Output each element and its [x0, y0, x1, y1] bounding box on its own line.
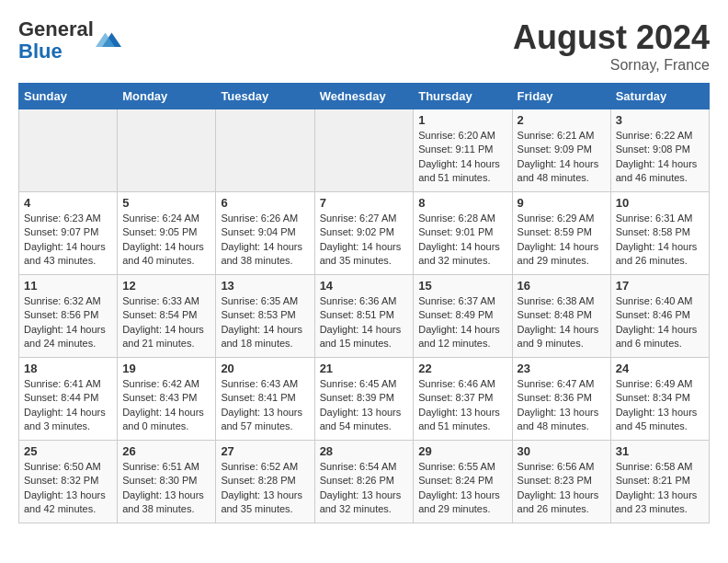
calendar-cell: 8Sunrise: 6:28 AM Sunset: 9:01 PM Daylig… — [414, 192, 512, 275]
calendar-cell: 19Sunrise: 6:42 AM Sunset: 8:43 PM Dayli… — [118, 358, 216, 441]
calendar-cell: 9Sunrise: 6:29 AM Sunset: 8:59 PM Daylig… — [512, 192, 610, 275]
day-number: 5 — [122, 196, 210, 210]
header-day-monday: Monday — [118, 84, 216, 109]
calendar-cell: 5Sunrise: 6:24 AM Sunset: 9:05 PM Daylig… — [118, 192, 216, 275]
day-number: 23 — [518, 362, 606, 375]
day-number: 4 — [24, 196, 112, 210]
day-info: Sunrise: 6:47 AM Sunset: 8:36 PM Dayligh… — [518, 377, 606, 434]
day-info: Sunrise: 6:37 AM Sunset: 8:49 PM Dayligh… — [418, 294, 506, 351]
day-number: 12 — [122, 279, 210, 293]
day-info: Sunrise: 6:36 AM Sunset: 8:51 PM Dayligh… — [320, 294, 409, 351]
day-number: 21 — [320, 362, 409, 375]
day-number: 2 — [518, 113, 606, 127]
day-number: 17 — [616, 279, 704, 293]
calendar-cell: 25Sunrise: 6:50 AM Sunset: 8:32 PM Dayli… — [19, 441, 118, 523]
calendar-cell: 6Sunrise: 6:26 AM Sunset: 9:04 PM Daylig… — [216, 192, 314, 275]
day-info: Sunrise: 6:50 AM Sunset: 8:32 PM Dayligh… — [24, 460, 112, 517]
header-day-thursday: Thursday — [414, 84, 512, 109]
calendar-cell: 28Sunrise: 6:54 AM Sunset: 8:26 PM Dayli… — [314, 441, 414, 523]
header-day-tuesday: Tuesday — [216, 84, 314, 109]
calendar-cell: 12Sunrise: 6:33 AM Sunset: 8:54 PM Dayli… — [118, 275, 216, 358]
calendar-cell: 1Sunrise: 6:20 AM Sunset: 9:11 PM Daylig… — [414, 109, 512, 192]
calendar-cell — [118, 109, 216, 192]
day-number: 28 — [320, 444, 409, 458]
day-info: Sunrise: 6:42 AM Sunset: 8:43 PM Dayligh… — [122, 377, 210, 434]
header-day-wednesday: Wednesday — [314, 84, 414, 109]
day-number: 18 — [24, 362, 112, 375]
calendar-cell: 30Sunrise: 6:56 AM Sunset: 8:23 PM Dayli… — [512, 441, 610, 523]
month-year: August 2024 — [513, 18, 710, 57]
calendar-cell: 24Sunrise: 6:49 AM Sunset: 8:34 PM Dayli… — [610, 358, 709, 441]
calendar-table: SundayMondayTuesdayWednesdayThursdayFrid… — [18, 83, 710, 523]
day-number: 27 — [221, 444, 309, 458]
header-day-sunday: Sunday — [19, 84, 118, 109]
day-info: Sunrise: 6:40 AM Sunset: 8:46 PM Dayligh… — [616, 294, 704, 351]
day-number: 9 — [518, 196, 606, 210]
day-info: Sunrise: 6:51 AM Sunset: 8:30 PM Dayligh… — [122, 460, 210, 517]
day-number: 10 — [616, 196, 704, 210]
day-number: 8 — [418, 196, 506, 210]
calendar-cell: 10Sunrise: 6:31 AM Sunset: 8:58 PM Dayli… — [610, 192, 709, 275]
calendar-cell — [216, 109, 314, 192]
page-header: General Blue August 2024 Sornay, France — [18, 18, 710, 74]
day-number: 11 — [24, 279, 112, 293]
calendar-header: SundayMondayTuesdayWednesdayThursdayFrid… — [19, 84, 710, 109]
day-info: Sunrise: 6:33 AM Sunset: 8:54 PM Dayligh… — [122, 294, 210, 351]
calendar-cell: 31Sunrise: 6:58 AM Sunset: 8:21 PM Dayli… — [610, 441, 709, 523]
title-block: August 2024 Sornay, France — [513, 18, 710, 74]
day-info: Sunrise: 6:26 AM Sunset: 9:04 PM Dayligh… — [221, 212, 309, 269]
day-info: Sunrise: 6:38 AM Sunset: 8:48 PM Dayligh… — [518, 294, 606, 351]
day-number: 25 — [24, 444, 112, 458]
day-number: 22 — [418, 362, 506, 375]
calendar-cell: 11Sunrise: 6:32 AM Sunset: 8:56 PM Dayli… — [19, 275, 118, 358]
day-info: Sunrise: 6:43 AM Sunset: 8:41 PM Dayligh… — [221, 377, 309, 434]
calendar-cell: 20Sunrise: 6:43 AM Sunset: 8:41 PM Dayli… — [216, 358, 314, 441]
calendar-cell: 22Sunrise: 6:46 AM Sunset: 8:37 PM Dayli… — [414, 358, 512, 441]
day-info: Sunrise: 6:49 AM Sunset: 8:34 PM Dayligh… — [616, 377, 704, 434]
day-info: Sunrise: 6:22 AM Sunset: 9:08 PM Dayligh… — [616, 129, 704, 186]
logo-general: General Blue — [18, 18, 94, 63]
day-info: Sunrise: 6:20 AM Sunset: 9:11 PM Dayligh… — [418, 129, 506, 186]
calendar-cell: 26Sunrise: 6:51 AM Sunset: 8:30 PM Dayli… — [118, 441, 216, 523]
day-number: 24 — [616, 362, 704, 375]
calendar-cell: 21Sunrise: 6:45 AM Sunset: 8:39 PM Dayli… — [314, 358, 414, 441]
day-info: Sunrise: 6:45 AM Sunset: 8:39 PM Dayligh… — [320, 377, 409, 434]
logo-icon — [96, 28, 121, 53]
day-number: 6 — [221, 196, 309, 210]
day-info: Sunrise: 6:24 AM Sunset: 9:05 PM Dayligh… — [122, 212, 210, 269]
day-number: 16 — [518, 279, 606, 293]
day-number: 3 — [616, 113, 704, 127]
header-day-friday: Friday — [512, 84, 610, 109]
day-info: Sunrise: 6:21 AM Sunset: 9:09 PM Dayligh… — [518, 129, 606, 186]
calendar-cell: 27Sunrise: 6:52 AM Sunset: 8:28 PM Dayli… — [216, 441, 314, 523]
day-number: 15 — [418, 279, 506, 293]
calendar-cell: 14Sunrise: 6:36 AM Sunset: 8:51 PM Dayli… — [314, 275, 414, 358]
day-number: 13 — [221, 279, 309, 293]
day-info: Sunrise: 6:31 AM Sunset: 8:58 PM Dayligh… — [616, 212, 704, 269]
calendar-cell: 2Sunrise: 6:21 AM Sunset: 9:09 PM Daylig… — [512, 109, 610, 192]
day-info: Sunrise: 6:41 AM Sunset: 8:44 PM Dayligh… — [24, 377, 112, 434]
calendar-cell: 29Sunrise: 6:55 AM Sunset: 8:24 PM Dayli… — [414, 441, 512, 523]
day-number: 26 — [122, 444, 210, 458]
location: Sornay, France — [513, 57, 710, 74]
header-day-saturday: Saturday — [610, 84, 709, 109]
day-number: 30 — [518, 444, 606, 458]
day-info: Sunrise: 6:23 AM Sunset: 9:07 PM Dayligh… — [24, 212, 112, 269]
week-row-4: 18Sunrise: 6:41 AM Sunset: 8:44 PM Dayli… — [19, 358, 710, 441]
day-info: Sunrise: 6:27 AM Sunset: 9:02 PM Dayligh… — [320, 212, 409, 269]
calendar-cell: 3Sunrise: 6:22 AM Sunset: 9:08 PM Daylig… — [610, 109, 709, 192]
calendar-cell: 18Sunrise: 6:41 AM Sunset: 8:44 PM Dayli… — [19, 358, 118, 441]
calendar-cell: 15Sunrise: 6:37 AM Sunset: 8:49 PM Dayli… — [414, 275, 512, 358]
week-row-3: 11Sunrise: 6:32 AM Sunset: 8:56 PM Dayli… — [19, 275, 710, 358]
logo: General Blue — [18, 18, 121, 63]
calendar-cell: 17Sunrise: 6:40 AM Sunset: 8:46 PM Dayli… — [610, 275, 709, 358]
day-number: 1 — [418, 113, 506, 127]
day-info: Sunrise: 6:56 AM Sunset: 8:23 PM Dayligh… — [518, 460, 606, 517]
calendar-cell: 23Sunrise: 6:47 AM Sunset: 8:36 PM Dayli… — [512, 358, 610, 441]
day-number: 29 — [418, 444, 506, 458]
day-number: 7 — [320, 196, 409, 210]
day-info: Sunrise: 6:54 AM Sunset: 8:26 PM Dayligh… — [320, 460, 409, 517]
day-info: Sunrise: 6:32 AM Sunset: 8:56 PM Dayligh… — [24, 294, 112, 351]
day-info: Sunrise: 6:28 AM Sunset: 9:01 PM Dayligh… — [418, 212, 506, 269]
day-info: Sunrise: 6:52 AM Sunset: 8:28 PM Dayligh… — [221, 460, 309, 517]
